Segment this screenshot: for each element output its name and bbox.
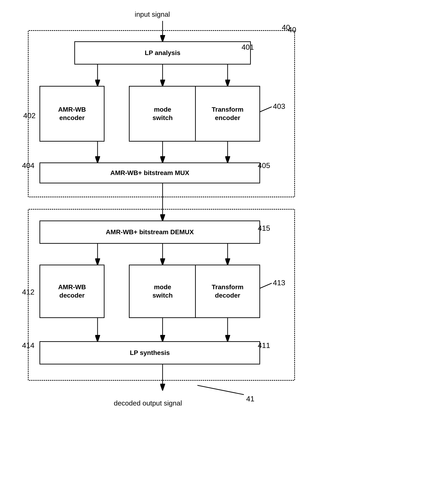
- svg-line-34: [197, 385, 244, 395]
- mode-switch-enc-block: mode switch: [129, 86, 196, 141]
- ref-401: 401: [241, 43, 254, 51]
- ref-412: 412: [22, 288, 34, 297]
- ref-40-top: 40: [288, 26, 296, 34]
- transform-encoder-block: Transform encoder: [195, 86, 260, 141]
- ref-413: 413: [273, 279, 285, 287]
- ref-402: 402: [23, 111, 35, 120]
- ref-415: 415: [258, 224, 270, 233]
- lp-analysis-block: LP analysis: [74, 41, 251, 64]
- ref-404: 404: [22, 161, 34, 170]
- ref-414: 414: [22, 341, 34, 350]
- lp-synthesis-block: LP synthesis: [39, 341, 260, 364]
- transform-decoder-block: Transform decoder: [195, 265, 260, 318]
- amrwb-decoder-block: AMR-WB decoder: [39, 265, 105, 318]
- demux-block: AMR-WB+ bitstream DEMUX: [39, 220, 260, 244]
- ref-41: 41: [246, 395, 255, 403]
- mode-switch-dec-block: mode switch: [129, 265, 196, 318]
- input-signal-label: input signal: [135, 10, 170, 18]
- ref-411: 411: [258, 341, 270, 350]
- ref-403: 403: [273, 102, 285, 111]
- amrwb-encoder-block: AMR-WB encoder: [39, 86, 105, 141]
- diagram: input signal 40 LP analysis AMR-WB encod…: [0, 0, 448, 500]
- ref-405: 405: [258, 161, 270, 170]
- decoded-output-label: decoded output signal: [114, 399, 182, 407]
- mux-block: AMR-WB+ bitstream MUX: [39, 162, 260, 183]
